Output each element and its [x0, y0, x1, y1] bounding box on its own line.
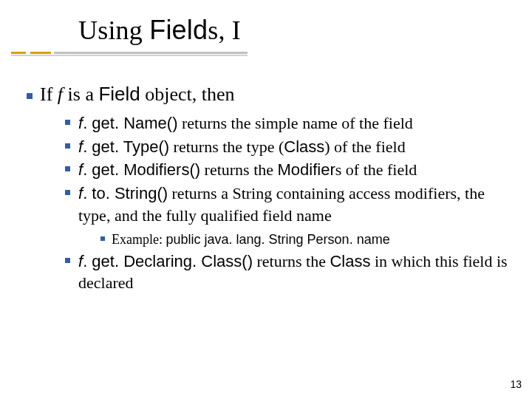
- intro-line: If f is a Field object, then: [27, 83, 499, 106]
- intro-pre: If: [40, 83, 58, 105]
- page-number: 13: [510, 378, 522, 390]
- item-call: . get. Name(): [83, 114, 177, 132]
- item-code-in: Class: [330, 252, 370, 270]
- list-item: f. get. Type() returns the type (Class) …: [65, 136, 508, 158]
- slide-title: Using Fields, I: [78, 15, 241, 46]
- method-list: f. get. Name() returns the simple name o…: [65, 112, 508, 296]
- intro-mid: is a: [63, 83, 98, 105]
- intro-var: f: [58, 83, 63, 105]
- title-post: s, I: [208, 16, 241, 45]
- item-code-in: Modifier: [278, 160, 335, 179]
- item-text-pre: returns the: [253, 252, 330, 270]
- example-label: Example:: [112, 232, 166, 247]
- list-item: f. get. Declaring. Class() returns the C…: [65, 250, 508, 294]
- item-text-pre: returns the type (: [169, 137, 284, 156]
- example-item: Example: public java. lang. String Perso…: [100, 231, 508, 248]
- bullet-icon: [65, 190, 70, 195]
- item-code-in: Class: [284, 137, 324, 156]
- bullet-icon: [100, 236, 105, 241]
- title-code: Field: [149, 15, 208, 45]
- list-item: f. to. String() returns a String contain…: [65, 183, 508, 249]
- item-text: returns the simple name of the field: [178, 114, 413, 132]
- bullet-icon: [65, 258, 70, 263]
- item-call: . to. String(): [83, 184, 168, 202]
- item-call: . get. Type(): [83, 137, 169, 156]
- bullet-icon: [65, 143, 70, 149]
- intro-post: object, then: [140, 83, 235, 105]
- bullet-icon: [65, 166, 70, 171]
- intro-code: Field: [98, 83, 140, 105]
- item-text-pre: returns the: [200, 160, 277, 179]
- item-text-post: ) of the field: [324, 137, 405, 156]
- slide: Using Fields, I If f is a Field object, …: [0, 0, 532, 399]
- list-item: f. get. Name() returns the simple name o…: [65, 112, 508, 134]
- item-call: . get. Modifiers(): [83, 160, 200, 179]
- item-call: . get. Declaring. Class(): [83, 252, 253, 270]
- bullet-icon: [27, 93, 33, 99]
- title-pre: Using: [78, 16, 149, 45]
- item-text-post: s of the field: [335, 160, 417, 179]
- title-underline-icon: [11, 52, 248, 54]
- list-item: f. get. Modifiers() returns the Modifier…: [65, 159, 508, 181]
- example-list: Example: public java. lang. String Perso…: [100, 231, 508, 248]
- bullet-icon: [65, 120, 70, 125]
- example-code: public java. lang. String Person. name: [166, 232, 389, 247]
